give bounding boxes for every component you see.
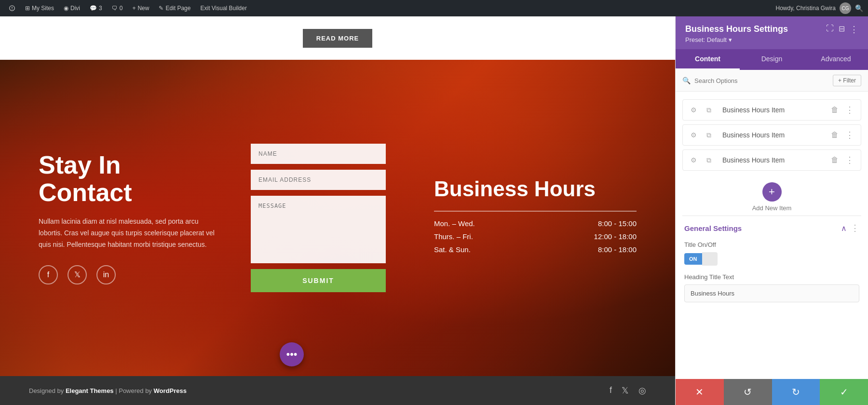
- delete-icon[interactable]: 🗑: [828, 105, 841, 115]
- more-options-icon[interactable]: ⋮: [843, 104, 856, 116]
- bh-item-label-3: Business Hours Item: [722, 156, 824, 164]
- bh-item-label-2: Business Hours Item: [722, 131, 824, 139]
- settings-more-icon[interactable]: ⋮: [851, 223, 859, 233]
- read-more-button[interactable]: READ MORE: [303, 29, 372, 48]
- bh-divider: [434, 211, 637, 212]
- undo-button[interactable]: ↺: [724, 379, 772, 405]
- message-textarea[interactable]: [251, 196, 386, 263]
- filter-button[interactable]: + Filter: [833, 75, 861, 86]
- undo-icon: ↺: [744, 386, 752, 398]
- wordpress-logo[interactable]: [5, 0, 19, 16]
- tab-content[interactable]: Content: [676, 49, 740, 70]
- avatar: CG: [840, 2, 851, 14]
- facebook-icon[interactable]: f: [39, 265, 58, 284]
- toggle-slider[interactable]: [702, 252, 718, 266]
- contact-description: Nullam lacinia diam at nisl malesuada, s…: [39, 216, 222, 250]
- save-button[interactable]: ✓: [820, 379, 868, 405]
- chevron-down-icon: ▾: [729, 36, 732, 43]
- social-icons: f 𝕏 in: [39, 265, 222, 284]
- name-input[interactable]: [251, 144, 386, 164]
- search-icon[interactable]: 🔍: [855, 4, 863, 12]
- topbar-right: Howdy, Christina Gwira CG 🔍: [776, 2, 863, 14]
- search-options-input[interactable]: [694, 77, 829, 84]
- list-item: ⚙ ⧉ Business Hours Item 🗑 ⋮: [682, 149, 861, 171]
- sidebar-header: Business Hours Settings ⛶ ⊟ ⋮ Preset: De…: [676, 16, 868, 49]
- heading-title-input[interactable]: [684, 284, 859, 302]
- gear-icon[interactable]: ⚙: [688, 154, 699, 166]
- sidebar-expand-icon[interactable]: ⊟: [839, 24, 845, 35]
- sidebar: Business Hours Settings ⛶ ⊟ ⋮ Preset: De…: [675, 16, 868, 405]
- tab-design[interactable]: Design: [740, 49, 804, 70]
- item-actions-2: 🗑 ⋮: [828, 129, 856, 141]
- toggle-on-state[interactable]: ON: [684, 253, 702, 265]
- copy-icon[interactable]: ⧉: [703, 154, 715, 166]
- delete-icon[interactable]: 🗑: [828, 130, 841, 140]
- submit-button[interactable]: SUBMIT: [251, 269, 386, 292]
- more-options-icon[interactable]: ⋮: [843, 129, 856, 141]
- bh-row-3: Sat. & Sun. 8:00 - 18:00: [434, 245, 637, 254]
- footer-credit: Designed by Elegant Themes | Powered by …: [29, 387, 187, 394]
- bubbles-menu[interactable]: 🗨 0: [108, 0, 127, 16]
- floating-action-button[interactable]: •••: [280, 342, 304, 366]
- add-icon: +: [762, 182, 782, 202]
- item-actions-1: 🗑 ⋮: [828, 104, 856, 116]
- title-onoff-field: Title On/Off ON: [682, 238, 861, 270]
- sidebar-body: ⚙ ⧉ Business Hours Item 🗑 ⋮ ⚙ ⧉ Business…: [676, 92, 868, 379]
- cancel-icon: ✕: [695, 386, 704, 398]
- footer-twitter-icon[interactable]: 𝕏: [622, 385, 629, 396]
- footer-facebook-icon[interactable]: f: [610, 385, 612, 396]
- copy-icon[interactable]: ⧉: [703, 129, 715, 141]
- topbar: ⊞ My Sites ◉ Divi 💬 3 🗨 0 + New ✎ Edit P…: [0, 0, 868, 16]
- divi-menu[interactable]: ◉ Divi: [60, 0, 84, 16]
- fullscreen-icon[interactable]: ⛶: [826, 24, 834, 35]
- collapse-icon[interactable]: ∧: [841, 224, 847, 233]
- bh-item-label-1: Business Hours Item: [722, 106, 824, 114]
- sidebar-tabs: Content Design Advanced: [676, 49, 868, 70]
- toggle-control[interactable]: ON: [684, 252, 859, 266]
- comments-menu[interactable]: 💬 3: [86, 0, 106, 16]
- user-greeting: Howdy, Christina Gwira: [776, 5, 836, 12]
- delete-icon[interactable]: 🗑: [828, 155, 841, 165]
- sidebar-search-bar: 🔍 + Filter: [676, 70, 868, 92]
- sidebar-menu-icon[interactable]: ⋮: [850, 24, 858, 35]
- general-settings-header: General Settings ∧ ⋮: [682, 223, 861, 238]
- cancel-button[interactable]: ✕: [676, 379, 724, 405]
- divi-icon: ◉: [64, 5, 68, 12]
- redo-button[interactable]: ↻: [772, 379, 820, 405]
- general-settings-controls: ∧ ⋮: [841, 223, 859, 233]
- page-top-area: READ MORE: [0, 16, 675, 60]
- redo-icon: ↻: [792, 386, 800, 398]
- gear-icon[interactable]: ⚙: [688, 104, 699, 116]
- floating-dots-icon: •••: [286, 348, 297, 361]
- add-new-label: Add New Item: [752, 204, 792, 212]
- list-item: ⚙ ⧉ Business Hours Item 🗑 ⋮: [682, 99, 861, 121]
- heading-title-field: Heading Title Text: [682, 270, 861, 307]
- edit-page-menu[interactable]: ✎ Edit Page: [155, 0, 194, 16]
- linkedin-icon[interactable]: in: [96, 265, 116, 284]
- sidebar-footer: ✕ ↺ ↻ ✓: [676, 379, 868, 405]
- sidebar-title: Business Hours Settings: [685, 24, 788, 34]
- contact-title: Stay In Contact: [39, 151, 222, 206]
- main-layout: READ MORE Stay In Contact Nullam lacinia…: [0, 16, 868, 405]
- footer-instagram-icon[interactable]: ◎: [638, 385, 646, 396]
- pencil-icon: ✎: [159, 5, 163, 12]
- general-settings-section: General Settings ∧ ⋮ Title On/Off ON Hea…: [682, 216, 861, 314]
- bubble-icon: 🗨: [112, 5, 118, 12]
- contact-section: Stay In Contact Nullam lacinia diam at n…: [0, 60, 675, 376]
- add-new-item-button[interactable]: + Add New Item: [682, 178, 861, 216]
- my-sites-menu[interactable]: ⊞ My Sites: [21, 0, 58, 16]
- search-icon: 🔍: [682, 77, 691, 84]
- bh-row-1: Mon. – Wed. 8:00 - 15:00: [434, 219, 637, 228]
- page-footer: Designed by Elegant Themes | Powered by …: [0, 376, 675, 405]
- email-input[interactable]: [251, 170, 386, 190]
- comment-icon: 💬: [90, 5, 97, 12]
- copy-icon[interactable]: ⧉: [703, 104, 715, 116]
- more-options-icon[interactable]: ⋮: [843, 154, 856, 166]
- gear-icon[interactable]: ⚙: [688, 129, 699, 141]
- plus-icon: +: [132, 5, 136, 12]
- preset-selector[interactable]: Preset: Default ▾: [685, 36, 858, 43]
- new-menu[interactable]: + New: [128, 0, 153, 16]
- tab-advanced[interactable]: Advanced: [804, 49, 868, 70]
- exit-visual-builder-button[interactable]: Exit Visual Builder: [196, 0, 251, 16]
- twitter-icon[interactable]: 𝕏: [68, 265, 87, 284]
